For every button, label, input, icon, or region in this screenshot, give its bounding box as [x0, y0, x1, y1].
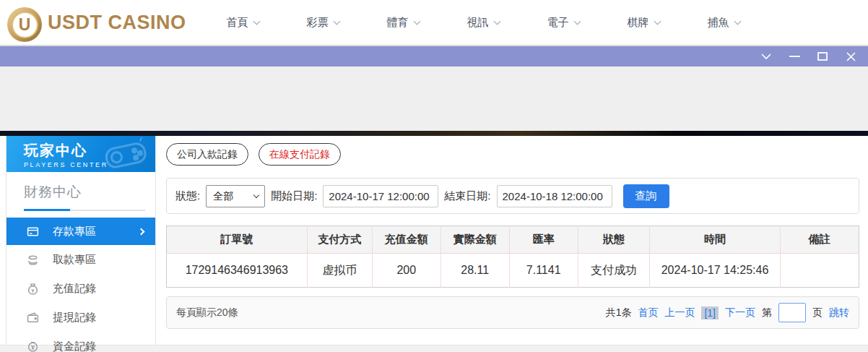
cell-time: 2024-10-17 14:25:46 — [650, 254, 780, 288]
pagination-current-page: [1] — [701, 306, 719, 319]
col-actual-amount: 實際金額 — [440, 226, 509, 254]
window-titlebar — [0, 45, 868, 66]
cell-status: 支付成功 — [578, 254, 650, 288]
page-jump-input[interactable] — [778, 303, 806, 322]
minimize-icon[interactable] — [789, 51, 800, 62]
col-exchange-rate: 匯率 — [509, 226, 578, 254]
sidebar-item-deposit[interactable]: 存款專區 — [6, 218, 155, 245]
tab-company-deposit-records[interactable]: 公司入款記錄 — [166, 143, 248, 166]
cell-order-number: 1729146346913963 — [167, 254, 308, 288]
tab-online-payment-records[interactable]: 在線支付記錄 — [259, 143, 341, 166]
page-jump-suffix: 页 — [812, 306, 823, 319]
brand-name: USDT CASINO — [48, 12, 186, 34]
sidebar-item-label: 取款專區 — [53, 253, 96, 267]
chevron-down-icon — [573, 17, 581, 25]
brand-logo-icon: U — [7, 7, 42, 42]
chevron-down-icon — [493, 17, 500, 25]
filter-bar: 狀態: 全部 開始日期: 結束日期: 查詢 — [166, 178, 859, 214]
pagination-bar: 每頁顯示20條 共1条 首页 上一页 [1] 下一页 第 页 跳转 — [166, 296, 859, 329]
record-tabs: 公司入款記錄 在線支付記錄 — [166, 143, 859, 166]
app-window: U USDT CASINO 首頁 彩票 體育 視訊 電子 棋牌 捕魚 — [0, 0, 868, 352]
close-icon[interactable] — [845, 51, 856, 62]
status-select-wrap: 全部 — [206, 185, 265, 207]
table-header-row: 訂單號 支付方式 充值金額 實際金額 匯率 狀態 時間 備註 — [167, 226, 859, 254]
nav-item-live-video[interactable]: 視訊 — [467, 16, 500, 30]
start-date-label: 開始日期: — [271, 189, 317, 203]
cell-actual-amount: 28.11 — [440, 254, 509, 288]
chevron-down-icon — [734, 17, 741, 25]
wallet-icon — [27, 312, 39, 324]
status-select[interactable]: 全部 — [206, 185, 265, 207]
chevron-down-icon — [413, 17, 420, 25]
sidebar-item-withdrawal[interactable]: 取款專區 — [6, 245, 155, 274]
hand-money-icon — [27, 254, 39, 266]
col-recharge-amount: 充值金額 — [372, 226, 440, 254]
records-panel: 公司入款記錄 在線支付記錄 狀態: 全部 開始日期: 結束日期: 查詢 — [156, 136, 868, 345]
page-jump-prefix: 第 — [762, 306, 772, 319]
cell-exchange-rate: 7.1141 — [509, 254, 578, 288]
pagination-next-link[interactable]: 下一页 — [725, 306, 755, 319]
table-row: 1729146346913963 虚拟币 200 28.11 7.1141 支付… — [167, 254, 859, 288]
banner-bottom-edge — [0, 131, 868, 136]
main-menu: 首頁 彩票 體育 視訊 電子 棋牌 捕魚 — [227, 16, 740, 30]
coin-icon — [27, 340, 39, 352]
col-payment-method: 支付方式 — [307, 226, 372, 254]
end-date-label: 結束日期: — [444, 189, 490, 203]
sidebar-menu: 存款專區 取款專區 充值記錄 — [6, 218, 155, 352]
pagination-total: 共1条 — [606, 306, 632, 319]
nav-item-home[interactable]: 首頁 — [227, 16, 259, 30]
chevron-down-icon — [333, 17, 340, 25]
content-area: 玩家中心 PLAYERS CENTER 財務中心 — [0, 136, 868, 345]
chevron-down-icon — [654, 17, 661, 25]
nav-item-lottery[interactable]: 彩票 — [307, 16, 339, 30]
section-underline — [24, 210, 145, 211]
cell-payment-method: 虚拟币 — [307, 254, 372, 288]
pagination-first-link[interactable]: 首页 — [638, 306, 658, 319]
sidebar-item-label: 資金記錄 — [53, 340, 96, 352]
sidebar-item-recharge-records[interactable]: 充值記錄 — [6, 274, 155, 303]
sidebar-header: 玩家中心 PLAYERS CENTER — [6, 136, 155, 172]
sidebar-item-funds-records[interactable]: 資金記錄 — [6, 332, 155, 352]
col-time: 時間 — [650, 226, 780, 254]
chevron-right-icon — [138, 228, 145, 235]
status-label: 狀態: — [175, 189, 200, 203]
chevron-down-icon — [253, 17, 260, 25]
page-size-text: 每頁顯示20條 — [176, 306, 238, 319]
gamepad-icon — [100, 137, 151, 172]
nav-item-board-games[interactable]: 棋牌 — [628, 16, 660, 30]
col-status: 狀態 — [578, 226, 650, 254]
collapse-chevron-icon[interactable] — [760, 51, 772, 62]
sidebar-item-withdraw-records[interactable]: 提現記錄 — [6, 303, 155, 332]
orders-table: 訂單號 支付方式 充值金額 實際金額 匯率 狀態 時間 備註 172914634… — [166, 226, 859, 288]
col-order-number: 訂單號 — [167, 226, 308, 254]
logo-letter: U — [12, 12, 38, 38]
top-navigation: U USDT CASINO 首頁 彩票 體育 視訊 電子 棋牌 捕魚 — [0, 0, 868, 45]
sidebar-item-label: 充值記錄 — [53, 282, 96, 296]
nav-item-slots[interactable]: 電子 — [547, 16, 580, 30]
col-remark: 備註 — [780, 226, 859, 254]
start-date-input[interactable] — [323, 185, 438, 207]
finance-center-title: 財務中心 — [24, 183, 155, 202]
cell-remark — [780, 254, 859, 288]
player-center-sidebar: 玩家中心 PLAYERS CENTER 財務中心 — [6, 136, 156, 345]
sidebar-item-label: 提現記錄 — [53, 311, 96, 325]
pagination-controls: 共1条 首页 上一页 [1] 下一页 第 页 跳转 — [606, 303, 849, 322]
sidebar-item-label: 存款專區 — [53, 225, 96, 239]
nav-item-sports[interactable]: 體育 — [387, 16, 420, 30]
maximize-icon[interactable] — [817, 51, 828, 62]
bank-card-icon — [27, 226, 39, 238]
end-date-input[interactable] — [497, 185, 612, 207]
page-background-gap — [0, 66, 868, 131]
search-button[interactable]: 查詢 — [623, 184, 669, 208]
cell-recharge-amount: 200 — [372, 254, 440, 288]
nav-item-fishing[interactable]: 捕魚 — [708, 16, 740, 30]
sidebar-section: 財務中心 — [6, 172, 155, 211]
money-bag-icon — [27, 283, 39, 295]
pagination-prev-link[interactable]: 上一页 — [664, 306, 695, 319]
brand-logo[interactable]: U USDT CASINO — [7, 5, 186, 40]
pagination-jump-link[interactable]: 跳转 — [829, 306, 849, 319]
